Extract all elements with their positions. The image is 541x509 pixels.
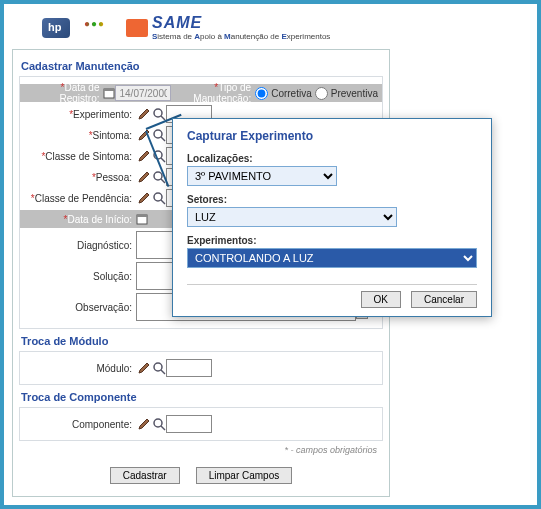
ok-button[interactable]: OK	[361, 291, 401, 308]
search-classe-pendencia-icon[interactable]	[152, 191, 166, 205]
label-sintoma: Sintoma:	[24, 130, 136, 141]
row-componente: Componente:	[24, 415, 378, 433]
pencil-icon	[138, 108, 150, 120]
pencil-icon	[138, 150, 150, 162]
svg-point-2	[154, 109, 162, 117]
label-data-registro: Data de Registro:	[24, 82, 103, 104]
select-setores[interactable]: LUZ	[187, 207, 397, 227]
label-experimentos: Experimentos:	[187, 235, 477, 246]
input-modulo[interactable]	[166, 359, 212, 377]
row-modulo: Módulo:	[24, 359, 378, 377]
pencil-icon	[138, 192, 150, 204]
svg-point-6	[154, 151, 162, 159]
section-title-modulo: Troca de Módulo	[19, 329, 383, 351]
cancelar-button[interactable]: Cancelar	[411, 291, 477, 308]
search-componente-icon[interactable]	[152, 417, 166, 431]
radio-preventiva-label: Preventiva	[331, 88, 378, 99]
cadastrar-button[interactable]: Cadastrar	[110, 467, 180, 484]
app-title: SAME	[152, 14, 330, 32]
svg-line-17	[161, 426, 165, 430]
select-experimentos[interactable]: CONTROLANDO A LUZ	[187, 248, 477, 268]
label-localizacoes: Localizações:	[187, 153, 477, 164]
radio-preventiva[interactable]	[315, 87, 328, 100]
label-pessoa: Pessoa:	[24, 172, 136, 183]
search-pessoa-icon[interactable]	[152, 170, 166, 184]
section-title-componente: Troca de Componente	[19, 385, 383, 407]
label-modulo: Módulo:	[24, 363, 136, 374]
app-subtitle: Sistema de Apoio à Manutenção de Experim…	[152, 32, 330, 41]
section-title-manutencao: Cadastrar Manutenção	[19, 54, 383, 76]
select-localizacoes[interactable]: 3º PAVIMENTO	[187, 166, 337, 186]
pencil-icon	[138, 418, 150, 430]
limpar-button[interactable]: Limpar Campos	[196, 467, 293, 484]
hp-logo	[42, 18, 70, 38]
radio-corretiva-label: Corretiva	[271, 88, 312, 99]
required-note: * - campos obrigatórios	[19, 441, 383, 457]
app-header: SAME Sistema de Apoio à Manutenção de Ex…	[12, 10, 529, 47]
calendar-icon[interactable]	[136, 213, 148, 225]
svg-point-14	[154, 363, 162, 371]
svg-rect-13	[137, 215, 147, 217]
calendar-icon[interactable]	[103, 87, 115, 99]
label-classe-pendencia: Classe de Pendência:	[24, 193, 136, 204]
capturar-experimento-dialog: Capturar Experimento Localizações: 3º PA…	[172, 118, 492, 317]
svg-line-7	[161, 158, 165, 162]
svg-point-10	[154, 193, 162, 201]
pencil-icon	[138, 171, 150, 183]
svg-line-3	[161, 116, 165, 120]
search-classe-sintoma-icon[interactable]	[152, 149, 166, 163]
form-buttons: Cadastrar Limpar Campos	[19, 457, 383, 488]
svg-rect-1	[104, 89, 114, 91]
section-modulo: Módulo:	[19, 351, 383, 385]
label-observacao: Observação:	[24, 302, 136, 313]
label-experimento: Experimento:	[24, 109, 136, 120]
label-tipo-manut: Tipo de Manutenção:	[171, 82, 255, 104]
label-classe-sintoma: Classe de Sintoma:	[24, 151, 136, 162]
svg-line-15	[161, 370, 165, 374]
svg-line-9	[161, 179, 165, 183]
label-data-inicio: Data de Início:	[24, 214, 136, 225]
input-componente[interactable]	[166, 415, 212, 433]
svg-line-11	[161, 200, 165, 204]
search-sintoma-icon[interactable]	[152, 128, 166, 142]
svg-point-16	[154, 419, 162, 427]
section-componente: Componente:	[19, 407, 383, 441]
same-logo: SAME Sistema de Apoio à Manutenção de Ex…	[126, 14, 330, 41]
label-solucao: Solução:	[24, 271, 136, 282]
label-componente: Componente:	[24, 419, 136, 430]
svg-point-4	[154, 130, 162, 138]
search-modulo-icon[interactable]	[152, 361, 166, 375]
svg-point-8	[154, 172, 162, 180]
partner-logo	[84, 18, 112, 38]
row-data-registro: Data de Registro: Tipo de Manutenção: Co…	[20, 84, 382, 102]
flag-icon	[126, 19, 148, 37]
svg-line-5	[161, 137, 165, 141]
pencil-icon	[138, 362, 150, 374]
pencil-icon	[138, 129, 150, 141]
input-data-registro	[115, 85, 171, 101]
search-experimento-icon[interactable]	[152, 107, 166, 121]
radio-corretiva[interactable]	[255, 87, 268, 100]
label-diagnostico: Diagnóstico:	[24, 240, 136, 251]
dialog-title: Capturar Experimento	[187, 129, 477, 143]
label-setores: Setores:	[187, 194, 477, 205]
